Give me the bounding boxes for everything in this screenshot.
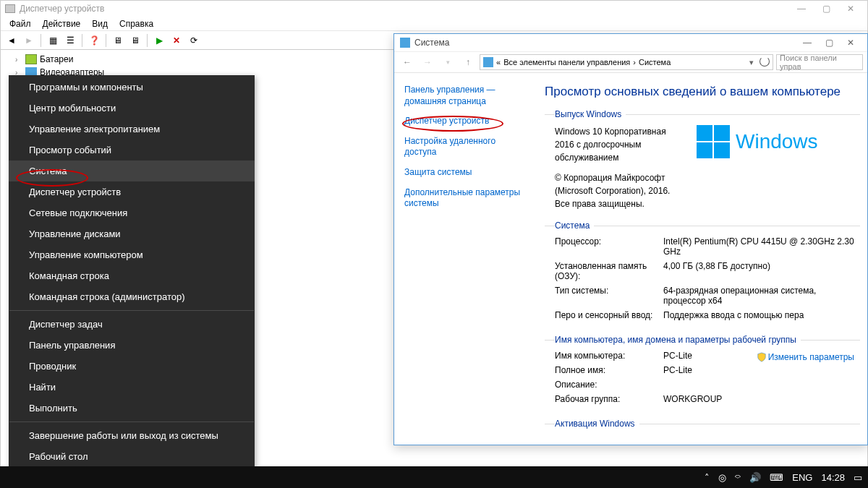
menu-help[interactable]: Справка xyxy=(114,17,159,30)
value-system-type: 64-разрядная операционная система, проце… xyxy=(663,286,860,306)
tray-chevron-icon[interactable]: ˄ xyxy=(705,472,710,483)
address-bar[interactable]: « Все элементы панели управления › Систе… xyxy=(480,54,773,70)
pc-icon xyxy=(483,57,493,67)
tray-location-icon[interactable]: ◎ xyxy=(718,472,726,483)
winx-desktop[interactable]: Рабочий стол xyxy=(9,446,255,467)
winx-system[interactable]: Система xyxy=(9,160,255,181)
winx-shutdown-signout[interactable]: Завершение работы или выход из системы xyxy=(9,425,255,446)
menu-file[interactable]: Файл xyxy=(4,17,37,30)
label-description: Описание: xyxy=(555,380,663,390)
winx-network-connections[interactable]: Сетевые подключения xyxy=(9,202,255,223)
minimize-button[interactable]: — xyxy=(796,34,818,51)
winx-programs-features[interactable]: Программы и компоненты xyxy=(9,77,255,98)
tray-keyboard-icon[interactable]: ⌨ xyxy=(770,472,783,483)
system-main-content: Просмотр основных сведений о вашем компь… xyxy=(532,73,867,445)
winx-task-manager[interactable]: Диспетчер задач xyxy=(9,314,255,335)
winx-power-options[interactable]: Управление электропитанием xyxy=(9,119,255,140)
expand-icon[interactable]: › xyxy=(15,56,22,64)
label-computer-name: Имя компьютера: xyxy=(555,351,663,361)
windows-logo: Windows xyxy=(697,125,818,158)
maximize-button[interactable]: ▢ xyxy=(818,34,840,51)
edition-line1: Windows 10 Корпоративная 2016 с долгосро… xyxy=(555,125,685,164)
toolbar-uninstall-icon[interactable]: ✕ xyxy=(169,33,184,48)
menu-separator xyxy=(9,421,254,422)
search-input[interactable]: Поиск в панели управ xyxy=(776,54,863,70)
winx-computer-management[interactable]: Управление компьютером xyxy=(9,244,255,265)
device-manager-menubar: Файл Действие Вид Справка xyxy=(1,17,867,31)
system-icon xyxy=(400,38,410,48)
section-activation: Активация Windows xyxy=(545,419,860,443)
sidebar-device-manager-link[interactable]: Диспетчер устройств xyxy=(404,116,522,127)
winx-context-menu: Программы и компоненты Центр мобильности… xyxy=(9,75,255,468)
toolbar-enable-icon[interactable]: ▶ xyxy=(151,33,167,48)
toolbar-show-hidden-icon[interactable]: ▦ xyxy=(45,33,61,48)
winx-file-explorer[interactable]: Проводник xyxy=(9,356,255,377)
breadcrumb-sep: › xyxy=(633,58,636,67)
winx-mobility-center[interactable]: Центр мобильности xyxy=(9,98,255,119)
winx-disk-management[interactable]: Управление дисками xyxy=(9,223,255,244)
winx-device-manager[interactable]: Диспетчер устройств xyxy=(9,181,255,202)
value-workgroup: WORKGROUP xyxy=(663,394,860,404)
winx-command-prompt-admin[interactable]: Командная строка (администратор) xyxy=(9,286,255,307)
page-heading: Просмотр основных сведений о вашем компь… xyxy=(545,85,860,99)
sidebar-remote-link[interactable]: Настройка удаленного доступа xyxy=(404,136,522,158)
toolbar-scan-icon[interactable]: 🖥 xyxy=(110,33,126,48)
label-pen-touch: Перо и сенсорный ввод: xyxy=(555,310,663,320)
toolbar-back-icon[interactable]: ◄ xyxy=(4,33,20,48)
winx-event-viewer[interactable]: Просмотр событий xyxy=(9,140,255,160)
winx-run[interactable]: Выполнить xyxy=(9,398,255,419)
addr-dropdown-icon[interactable]: ▾ xyxy=(749,58,754,67)
system-tray: ˄ ◎ ⌔ 🔊 ⌨ ENG 14:28 ▭ xyxy=(705,472,862,483)
label-workgroup: Рабочая группа: xyxy=(555,394,663,404)
tray-wifi-icon[interactable]: ⌔ xyxy=(735,472,741,483)
nav-recent-button[interactable]: ▾ xyxy=(439,53,456,71)
minimize-button[interactable]: — xyxy=(789,1,814,17)
toolbar-properties-icon[interactable]: ☰ xyxy=(62,33,78,48)
sidebar-home-link[interactable]: Панель управления — домашняя страница xyxy=(404,85,522,107)
menu-view[interactable]: Вид xyxy=(86,17,114,30)
system-title: Система xyxy=(414,38,449,48)
section-system: Система Процессор:Intel(R) Pentium(R) CP… xyxy=(545,221,860,333)
breadcrumb-leaf[interactable]: Система xyxy=(639,58,671,67)
toolbar-refresh-icon[interactable]: ⟳ xyxy=(186,33,202,48)
nav-forward-button[interactable]: → xyxy=(419,53,436,71)
section-computer-name: Имя компьютера, имя домена и параметры р… xyxy=(545,335,860,417)
toolbar-update-icon[interactable]: 🖥 xyxy=(127,33,143,48)
tray-volume-icon[interactable]: 🔊 xyxy=(749,472,761,483)
change-settings-label: Изменить параметры xyxy=(768,352,854,362)
taskbar[interactable]: ˄ ◎ ⌔ 🔊 ⌨ ENG 14:28 ▭ xyxy=(0,466,868,488)
winx-command-prompt[interactable]: Командная строка xyxy=(9,265,255,286)
section-title: Выпуск Windows xyxy=(555,109,626,119)
addr-refresh-icon[interactable] xyxy=(760,56,770,68)
winx-search[interactable]: Найти xyxy=(9,377,255,398)
sidebar-system-protection-link[interactable]: Защита системы xyxy=(404,167,522,179)
address-bar-row: ← → ▾ ↑ « Все элементы панели управления… xyxy=(394,51,867,73)
windows-logo-text: Windows xyxy=(736,130,818,153)
tray-clock[interactable]: 14:28 xyxy=(821,472,845,483)
sidebar-advanced-link[interactable]: Дополнительные параметры системы xyxy=(404,187,522,210)
system-window: Система — ▢ ✕ ← → ▾ ↑ « Все элементы пан… xyxy=(393,33,868,445)
value-description xyxy=(663,380,860,390)
toolbar-help-icon[interactable]: ❓ xyxy=(86,33,102,48)
system-sidebar: Панель управления — домашняя страница Ди… xyxy=(394,73,532,445)
tray-language[interactable]: ENG xyxy=(792,472,812,483)
breadcrumb-root[interactable]: Все элементы панели управления xyxy=(503,58,630,67)
menu-action[interactable]: Действие xyxy=(37,17,87,30)
maximize-button[interactable]: ▢ xyxy=(814,1,838,17)
search-placeholder: Поиск в панели управ xyxy=(780,53,859,71)
winx-control-panel[interactable]: Панель управления xyxy=(9,335,255,356)
tray-action-center-icon[interactable]: ▭ xyxy=(854,472,862,483)
change-settings-link[interactable]: Изменить параметры xyxy=(757,352,854,362)
shield-icon xyxy=(757,352,767,362)
menu-separator xyxy=(9,310,254,311)
value-processor: Intel(R) Pentium(R) CPU 4415U @ 2.30GHz … xyxy=(663,236,860,257)
label-processor: Процессор: xyxy=(555,236,663,257)
close-button[interactable]: ✕ xyxy=(838,1,863,17)
breadcrumb-sep: « xyxy=(496,58,501,67)
section-title: Имя компьютера, имя домена и параметры р… xyxy=(555,335,801,345)
label-system-type: Тип системы: xyxy=(555,286,663,306)
close-button[interactable]: ✕ xyxy=(840,34,861,51)
toolbar-forward-icon[interactable]: ► xyxy=(21,33,37,48)
nav-up-button[interactable]: ↑ xyxy=(459,53,477,71)
nav-back-button[interactable]: ← xyxy=(399,53,416,71)
